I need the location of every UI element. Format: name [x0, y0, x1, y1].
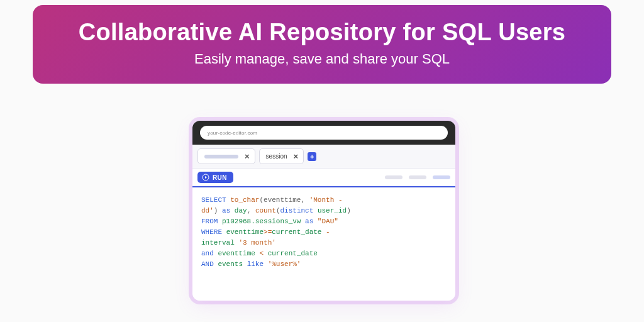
toolbar-placeholder-3 [433, 175, 450, 179]
code-line-7: AND events like '%user%' [201, 259, 447, 270]
code-line-4: WHERE eventtime>=current_date - [201, 227, 447, 238]
editor-window: your-code-editor.com × session × + RUN [192, 121, 455, 301]
add-tab-button[interactable]: + [308, 152, 316, 161]
tab-2-label: session [266, 153, 287, 160]
code-line-2: dd') as day, count(distinct user_id) [201, 206, 447, 216]
toolbar-placeholder-2 [409, 175, 426, 179]
tab-1[interactable]: × [197, 148, 255, 164]
toolbar: RUN [192, 169, 455, 187]
tab-2[interactable]: session × [259, 148, 304, 164]
url-text: your-code-editor.com [208, 130, 257, 136]
hero-title: Collaborative AI Repository for SQL User… [52, 19, 592, 46]
sql-editor[interactable]: SELECT to_char(eventtime, 'Month - dd') … [192, 187, 455, 301]
browser-chrome: your-code-editor.com [192, 121, 455, 145]
toolbar-placeholder-1 [385, 175, 402, 179]
code-line-6: and eventtime < current_date [201, 248, 447, 259]
code-line-3: FROM p102968.sessions_vw as "DAU" [201, 216, 447, 227]
hero-subtitle: Easily manage, save and share your SQL [52, 51, 592, 67]
plus-icon: + [310, 153, 314, 160]
code-line-5: interval '3 month' [201, 238, 447, 248]
close-icon[interactable]: × [294, 152, 299, 161]
play-icon [202, 174, 209, 181]
code-line-1: SELECT to_char(eventtime, 'Month - [201, 195, 447, 206]
hero-banner: Collaborative AI Repository for SQL User… [33, 5, 611, 84]
close-icon[interactable]: × [245, 152, 250, 161]
tab-row: × session × + [192, 145, 455, 169]
run-button[interactable]: RUN [197, 172, 233, 183]
url-bar[interactable]: your-code-editor.com [200, 126, 448, 140]
tab-1-placeholder [204, 155, 238, 158]
run-label: RUN [213, 174, 227, 181]
